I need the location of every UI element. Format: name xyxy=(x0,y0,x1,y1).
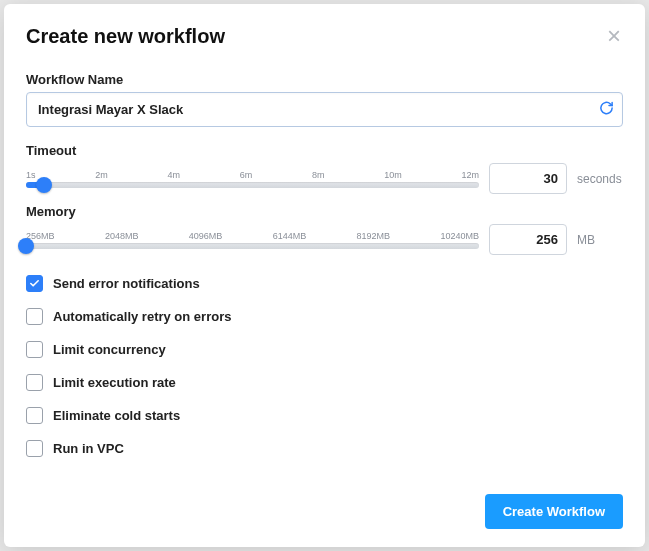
modal-title: Create new workflow xyxy=(26,25,225,48)
option-5[interactable]: Run in VPC xyxy=(26,440,623,457)
option-label: Run in VPC xyxy=(53,441,124,456)
slider-tick: 6m xyxy=(240,170,253,180)
slider-tick: 4096MB xyxy=(189,231,223,241)
close-icon[interactable]: × xyxy=(605,22,623,50)
timeout-value-input[interactable] xyxy=(489,163,567,194)
option-2[interactable]: Limit concurrency xyxy=(26,341,623,358)
option-1[interactable]: Automatically retry on errors xyxy=(26,308,623,325)
workflow-name-label: Workflow Name xyxy=(26,72,623,87)
slider-tick: 1s xyxy=(26,170,36,180)
option-4[interactable]: Eliminate cold starts xyxy=(26,407,623,424)
modal-header: Create new workflow × xyxy=(26,22,623,50)
slider-tick: 12m xyxy=(461,170,479,180)
option-label: Send error notifications xyxy=(53,276,200,291)
workflow-name-input[interactable] xyxy=(26,92,623,127)
slider-tick: 8192MB xyxy=(357,231,391,241)
slider-tick: 10240MB xyxy=(440,231,479,241)
slider-tick: 2m xyxy=(95,170,108,180)
option-label: Limit concurrency xyxy=(53,342,166,357)
checkbox-icon[interactable] xyxy=(26,275,43,292)
slider-tick: 4m xyxy=(167,170,180,180)
option-label: Automatically retry on errors xyxy=(53,309,231,324)
checkbox-icon[interactable] xyxy=(26,308,43,325)
checkbox-icon[interactable] xyxy=(26,440,43,457)
memory-slider[interactable]: 256MB2048MB4096MB6144MB8192MB10240MB xyxy=(26,231,479,249)
memory-value-input[interactable] xyxy=(489,224,567,255)
checkbox-icon[interactable] xyxy=(26,374,43,391)
slider-tick: 6144MB xyxy=(273,231,307,241)
checkbox-icon[interactable] xyxy=(26,341,43,358)
option-label: Limit execution rate xyxy=(53,375,176,390)
checkbox-icon[interactable] xyxy=(26,407,43,424)
timeout-slider[interactable]: 1s2m4m6m8m10m12m xyxy=(26,170,479,188)
slider-tick: 8m xyxy=(312,170,325,180)
option-3[interactable]: Limit execution rate xyxy=(26,374,623,391)
memory-unit: MB xyxy=(577,233,623,247)
memory-label: Memory xyxy=(26,204,623,219)
timeout-unit: seconds xyxy=(577,172,623,186)
create-workflow-button[interactable]: Create Workflow xyxy=(485,494,623,529)
refresh-icon[interactable] xyxy=(599,100,614,119)
slider-tick: 10m xyxy=(384,170,402,180)
timeout-label: Timeout xyxy=(26,143,623,158)
option-0[interactable]: Send error notifications xyxy=(26,275,623,292)
create-workflow-modal: Create new workflow × Workflow Name Time… xyxy=(4,4,645,547)
option-label: Eliminate cold starts xyxy=(53,408,180,423)
slider-tick: 2048MB xyxy=(105,231,139,241)
